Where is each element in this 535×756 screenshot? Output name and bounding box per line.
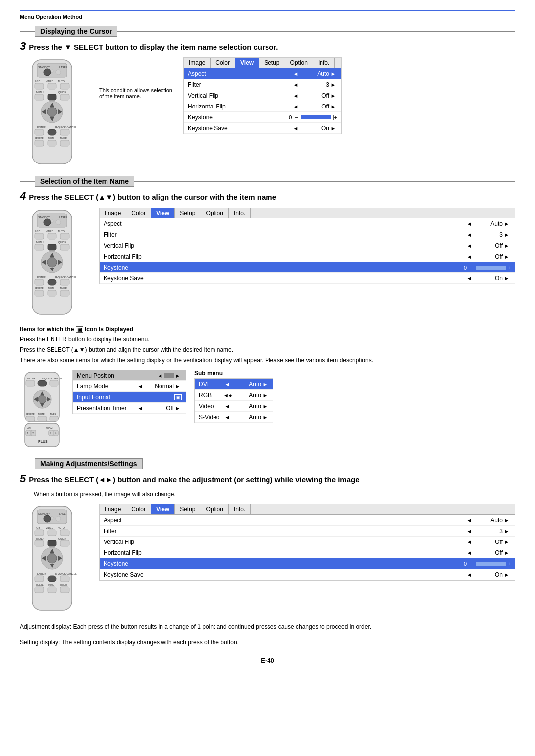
svg-rect-112 — [35, 530, 44, 536]
step3-menu-rows: Aspect ◄ Auto ► Filter ◄ 3 ► Vertical Fl… — [184, 68, 341, 134]
divider3-line-right — [143, 464, 515, 464]
row-vflip-2: Vertical Flip ◄ Off ► — [100, 240, 515, 251]
svg-text:STANDBY: STANDBY — [38, 66, 50, 69]
svg-rect-11 — [48, 83, 56, 89]
tab-option-5: Option — [201, 504, 229, 514]
row-filter-5: Filter ◄ 3 ► — [100, 526, 515, 537]
section3-divider: Making Adjustments/Settings — [20, 458, 515, 469]
svg-rect-129 — [48, 576, 56, 582]
step3-menu-area: This condition allows selection of the i… — [99, 57, 342, 134]
svg-text:LASER: LASER — [59, 216, 68, 219]
row-filter-2: Filter ◄ 3 ► — [100, 229, 515, 240]
row-inputformat: Input Format ▣ — [73, 392, 186, 403]
svg-rect-34 — [60, 140, 69, 146]
remote-svg-1: STANDBY LASER RGB VIDEO AUTO MENU QUICK — [20, 57, 84, 166]
svg-rect-26 — [35, 129, 44, 135]
icon-note-line2: Press the SELECT (▲▼) button and align t… — [20, 345, 515, 354]
page-wrapper: Menu Operation Method Displaying the Cur… — [20, 10, 515, 664]
svg-rect-61 — [35, 279, 44, 285]
svg-text:FREEZE: FREEZE — [35, 584, 44, 586]
svg-point-4 — [44, 69, 51, 76]
svg-text:MUTE: MUTE — [48, 584, 54, 586]
tab-option-2: Option — [201, 208, 229, 218]
tab-image-1: Image — [184, 58, 211, 68]
svg-text:VIDEO: VIDEO — [46, 526, 54, 529]
row-keystonesave-1: Keystone Save ◄ On ► — [184, 123, 341, 134]
step4-content: STANDBY LASER RGB VIDEO AUTO MENU QUICK — [20, 208, 515, 318]
step4-menu-rows: Aspect ◄ Auto ► Filter ◄ 3 ► Vertical Fl… — [100, 218, 515, 284]
svg-rect-86 — [38, 416, 47, 421]
svg-text:MUTE: MUTE — [48, 137, 54, 140]
page-number: E-40 — [261, 657, 274, 664]
svg-text:STANDBY: STANDBY — [38, 216, 50, 219]
row-vflip-1: Vertical Flip ◄ Off ► — [184, 90, 341, 101]
tab-setup-1: Setup — [259, 58, 285, 68]
svg-point-6 — [56, 70, 61, 75]
step4-menu-tabs: Image Color View Setup Option Info. — [100, 208, 515, 218]
tab-view-1: View — [235, 58, 259, 68]
svg-text:AUTO: AUTO — [58, 230, 65, 233]
svg-text:LASER: LASER — [59, 512, 68, 515]
svg-text:RGB: RGB — [35, 526, 41, 529]
row-lampmode: Lamp Mode ◄ Normal ► — [73, 381, 186, 392]
svg-point-19 — [47, 107, 57, 117]
row-svideo: S-Video ◄ Auto ► — [195, 412, 273, 423]
row-keystonesave-5: Keystone Save ◄ On ► — [100, 569, 515, 580]
svg-point-39 — [44, 219, 51, 226]
divider-line-right — [117, 31, 515, 32]
step3-heading: 3 Press the ▼ SELECT button to display t… — [20, 41, 515, 52]
svg-text:QUICK: QUICK — [58, 241, 67, 244]
remote-svg-2: STANDBY LASER RGB VIDEO AUTO MENU QUICK — [20, 208, 84, 317]
svg-rect-113 — [48, 530, 56, 536]
tab-image-2: Image — [100, 208, 126, 218]
svg-rect-87 — [50, 416, 58, 421]
svg-text:LASER: LASER — [59, 66, 68, 69]
svg-point-107 — [51, 516, 54, 519]
svg-rect-52 — [60, 244, 69, 250]
svg-rect-62 — [48, 279, 56, 285]
tab-image-5: Image — [100, 504, 126, 514]
step4-menu-screenshot: Image Color View Setup Option Info. Aspe… — [99, 208, 515, 284]
svg-rect-32 — [35, 140, 44, 146]
divider-line-left — [20, 31, 35, 32]
divider2-line-left — [20, 181, 35, 182]
svg-point-77 — [38, 395, 46, 403]
row-rgb: RGB ◄● Auto ► — [195, 390, 273, 401]
step5-menu-rows: Aspect ◄ Auto ► Filter ◄ 3 ► Vertical Fl… — [100, 515, 515, 580]
remote-image-4: STANDBY LASER RGB VIDEO AUTO MENU QUICK — [20, 504, 89, 614]
remote-svg-3: ENTER R-QUICK CANCEL FREEZE MUTE TIMER — [20, 370, 64, 449]
section2-header: Selection of the Item Name — [35, 176, 134, 187]
tab-color-5: Color — [126, 504, 151, 514]
submenu-sub-panel: DVI ◄ Auto ► RGB ◄● Auto ► Video — [194, 378, 273, 423]
svg-rect-47 — [60, 233, 69, 239]
svg-text:MUTE: MUTE — [38, 413, 45, 416]
svg-text:R-QUICK CANCEL: R-QUICK CANCEL — [55, 276, 77, 279]
step5-text: Press the SELECT (◄►) button and make th… — [29, 475, 359, 484]
menu-operation-label: Menu Operation Method — [20, 14, 515, 20]
svg-text:TIMER: TIMER — [60, 137, 67, 140]
svg-text:QUICK: QUICK — [58, 537, 67, 540]
svg-rect-74 — [38, 380, 47, 386]
remote-image-1: STANDBY LASER RGB VIDEO AUTO MENU QUICK — [20, 57, 89, 168]
svg-rect-33 — [48, 140, 56, 146]
step4-number: 4 — [20, 191, 26, 202]
section3-header: Making Adjustments/Settings — [35, 458, 143, 469]
section1-header: Displaying the Cursor — [35, 26, 117, 37]
page-footer: E-40 — [20, 657, 515, 664]
step5-number: 5 — [20, 473, 26, 484]
svg-text:VIDEO: VIDEO — [46, 230, 54, 233]
svg-rect-50 — [35, 244, 44, 250]
svg-rect-130 — [60, 576, 69, 582]
svg-text:QUICK: QUICK — [58, 91, 67, 94]
row-keystone-1: Keystone 0 − |+ — [184, 112, 341, 123]
svg-text:MENU: MENU — [36, 537, 44, 540]
row-hflip-1: Horizontal Flip ◄ Off ► — [184, 101, 341, 112]
keystone-bar-1 — [301, 115, 331, 119]
svg-rect-67 — [35, 290, 44, 296]
tab-color-1: Color — [211, 58, 235, 68]
svg-rect-114 — [60, 530, 69, 536]
svg-rect-73 — [26, 380, 35, 386]
submenu-right-area: Sub menu DVI ◄ Auto ► RGB ◄● Auto — [194, 370, 273, 423]
tab-info-2: Info. — [229, 208, 251, 218]
svg-rect-85 — [26, 416, 35, 421]
